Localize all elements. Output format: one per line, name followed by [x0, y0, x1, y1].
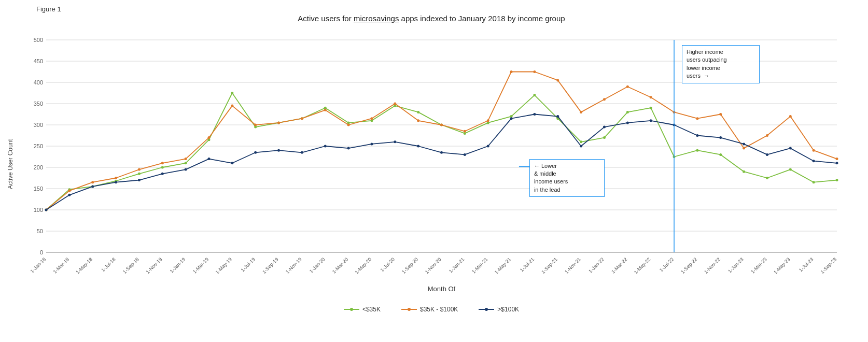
svg-point-118 [603, 98, 606, 101]
svg-point-136 [207, 158, 210, 160]
legend-label-low: <$35K [362, 306, 381, 313]
svg-point-140 [301, 151, 303, 154]
svg-point-142 [347, 147, 350, 150]
svg-text:1-Jan-22: 1-Jan-22 [587, 256, 605, 274]
svg-point-161 [789, 147, 792, 150]
svg-point-88 [719, 153, 722, 156]
svg-point-80 [533, 94, 536, 96]
chart-svg: 0501001502002503003504004505001-Jan-181-… [18, 27, 858, 302]
svg-point-119 [626, 86, 629, 88]
svg-point-123 [719, 113, 722, 116]
svg-text:100: 100 [34, 207, 43, 213]
svg-point-90 [766, 177, 768, 179]
svg-text:1-Sep-21: 1-Sep-21 [540, 256, 558, 275]
svg-point-98 [138, 168, 141, 171]
svg-point-112 [464, 130, 466, 133]
legend-label-high: >$100K [497, 306, 519, 313]
svg-point-133 [138, 179, 141, 181]
svg-text:1-Nov-20: 1-Nov-20 [424, 256, 442, 275]
svg-text:1-Jan-19: 1-Jan-19 [169, 256, 186, 274]
svg-point-131 [91, 185, 94, 188]
svg-point-113 [487, 119, 489, 122]
svg-point-158 [719, 136, 722, 139]
svg-point-100 [185, 158, 187, 160]
svg-point-83 [603, 136, 606, 139]
svg-point-155 [650, 119, 652, 122]
svg-point-111 [440, 124, 443, 126]
svg-text:1-Jan-20: 1-Jan-20 [308, 256, 326, 274]
svg-point-167 [350, 308, 353, 311]
svg-point-132 [115, 181, 117, 183]
svg-point-116 [556, 79, 559, 81]
legend-item-high: >$100K [479, 306, 519, 313]
y-axis-label: Active User Count [5, 27, 16, 302]
svg-point-147 [464, 153, 466, 156]
svg-point-160 [766, 153, 768, 156]
svg-text:1-Nov-22: 1-Nov-22 [703, 256, 721, 275]
svg-point-102 [231, 105, 233, 107]
svg-point-87 [696, 149, 698, 152]
chart-title: Active users for microsavings apps index… [5, 14, 858, 23]
chart-area: Active User Count 0501001502002503003504… [5, 27, 858, 302]
svg-point-125 [766, 134, 768, 137]
svg-point-163 [836, 162, 838, 164]
svg-text:1-May-22: 1-May-22 [633, 256, 651, 275]
svg-point-135 [185, 168, 187, 171]
svg-text:350: 350 [34, 101, 43, 107]
svg-point-148 [487, 145, 489, 148]
svg-text:1-Nov-21: 1-Nov-21 [564, 256, 582, 275]
svg-text:1-Nov-18: 1-Nov-18 [145, 256, 163, 275]
svg-point-143 [370, 142, 373, 145]
svg-text:400: 400 [34, 79, 43, 86]
svg-text:300: 300 [34, 122, 43, 128]
svg-point-75 [417, 111, 419, 113]
svg-text:Month Of: Month Of [428, 285, 456, 293]
svg-point-63 [138, 173, 141, 175]
svg-point-153 [603, 126, 606, 129]
svg-point-157 [696, 134, 698, 137]
svg-point-150 [533, 113, 536, 116]
svg-text:250: 250 [34, 143, 43, 149]
svg-text:1-May-21: 1-May-21 [493, 256, 512, 275]
legend-item-mid: $35K - $100K [401, 306, 458, 313]
svg-point-122 [696, 117, 698, 120]
svg-text:1-May-23: 1-May-23 [773, 256, 791, 275]
svg-point-64 [161, 166, 164, 169]
svg-point-114 [510, 70, 513, 73]
svg-point-84 [626, 111, 629, 113]
svg-point-138 [254, 151, 257, 154]
svg-point-128 [836, 158, 838, 160]
svg-point-130 [68, 194, 71, 196]
page-container: Figure 1 Active users for microsavings a… [0, 0, 868, 342]
svg-point-171 [485, 308, 488, 311]
svg-text:1-Jul-21: 1-Jul-21 [519, 256, 535, 273]
svg-text:500: 500 [34, 37, 43, 43]
svg-text:1-Jul-19: 1-Jul-19 [240, 256, 256, 273]
svg-point-91 [789, 168, 792, 171]
svg-point-151 [556, 115, 559, 118]
svg-text:1-Mar-20: 1-Mar-20 [331, 256, 349, 275]
svg-point-92 [813, 181, 815, 183]
svg-text:1-Sep-20: 1-Sep-20 [401, 256, 419, 275]
svg-point-169 [408, 308, 411, 311]
svg-point-97 [115, 177, 117, 179]
svg-text:0: 0 [40, 249, 43, 255]
svg-text:1-Mar-23: 1-Mar-23 [750, 256, 768, 275]
legend-label-mid: $35K - $100K [420, 306, 458, 313]
svg-point-127 [813, 149, 815, 152]
svg-point-67 [231, 92, 233, 94]
svg-text:1-Mar-19: 1-Mar-19 [191, 256, 209, 275]
svg-point-159 [743, 142, 745, 145]
svg-point-65 [185, 162, 187, 164]
svg-text:1-May-19: 1-May-19 [214, 256, 233, 275]
svg-point-103 [254, 124, 257, 126]
svg-point-120 [650, 96, 652, 98]
svg-point-117 [580, 111, 582, 113]
svg-text:1-Jul-22: 1-Jul-22 [658, 256, 675, 273]
svg-point-105 [301, 117, 303, 120]
svg-point-149 [510, 117, 513, 120]
svg-text:1-Jan-18: 1-Jan-18 [29, 256, 47, 274]
svg-text:1-Sep-23: 1-Sep-23 [819, 256, 837, 275]
figure-label: Figure 1 [36, 5, 858, 13]
svg-text:1-Jul-23: 1-Jul-23 [798, 256, 815, 273]
